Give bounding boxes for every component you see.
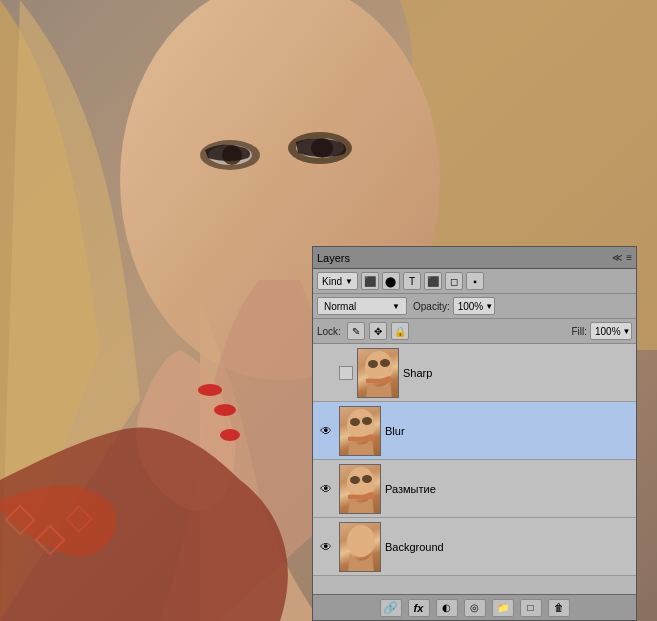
layer-row-blur[interactable]: 👁 Blur — [313, 402, 636, 460]
eye-icon-background: 👁 — [320, 540, 332, 554]
layer-thumb-razmytie — [339, 464, 381, 514]
svg-point-16 — [380, 359, 390, 367]
fx-icon: fx — [414, 602, 424, 614]
delete-layer-button[interactable]: 🗑 — [548, 599, 570, 617]
layers-list: Sharp 👁 Blur — [313, 344, 636, 594]
filter-color-icon[interactable]: ▪ — [466, 272, 484, 290]
svg-point-18 — [350, 418, 360, 426]
new-group-button[interactable]: 📁 — [492, 599, 514, 617]
trash-icon: 🗑 — [554, 602, 564, 613]
svg-point-19 — [362, 417, 372, 425]
layer-visibility-razmytie[interactable]: 👁 — [317, 480, 335, 498]
link-layers-button[interactable]: 🔗 — [380, 599, 402, 617]
layer-name-sharp: Sharp — [403, 367, 632, 379]
blend-mode-select[interactable]: Normal ▼ — [317, 297, 407, 315]
fill-input[interactable]: 100% ▼ — [590, 322, 632, 340]
fill-icon: ◎ — [470, 602, 479, 613]
filter-bar: Kind ▼ ⬛ ⬤ T ⬛ ◻ ▪ — [313, 269, 636, 294]
filter-kind-select[interactable]: Kind ▼ — [317, 272, 358, 290]
link-icon: 🔗 — [383, 601, 398, 615]
layer-row-background[interactable]: 👁 Background — [313, 518, 636, 576]
opacity-label: Opacity: — [413, 301, 450, 312]
filter-image-icon[interactable]: ⬛ — [361, 272, 379, 290]
layer-thumb-blur — [339, 406, 381, 456]
svg-point-22 — [362, 475, 372, 483]
layer-name-background: Background — [385, 541, 632, 553]
layer-checkbox-sharp[interactable] — [339, 366, 353, 380]
svg-point-21 — [350, 476, 360, 484]
panel-menu-icon[interactable]: ≡ — [626, 252, 632, 263]
layer-row-sharp[interactable]: Sharp — [313, 344, 636, 402]
fill-label: Fill: — [571, 326, 587, 337]
eye-icon-razmytie: 👁 — [320, 482, 332, 496]
filter-text-icon[interactable]: T — [403, 272, 421, 290]
new-layer-button[interactable]: □ — [520, 599, 542, 617]
panel-title: Layers — [317, 252, 350, 264]
layer-visibility-background[interactable]: 👁 — [317, 538, 335, 556]
eye-icon-blur: 👁 — [320, 424, 332, 438]
layer-thumb-background — [339, 522, 381, 572]
svg-point-4 — [220, 429, 240, 441]
panel-header: Layers ≪ ≡ — [313, 247, 636, 269]
layer-row-razmytie[interactable]: 👁 Размытие — [313, 460, 636, 518]
layer-visibility-sharp[interactable] — [317, 364, 335, 382]
opacity-input[interactable]: 100% ▼ — [453, 297, 495, 315]
panel-footer: 🔗 fx ◐ ◎ 📁 □ 🗑 — [313, 594, 636, 620]
panel-collapse-icon[interactable]: ≪ — [612, 252, 622, 263]
new-layer-icon: □ — [527, 602, 533, 613]
layer-visibility-blur[interactable]: 👁 — [317, 422, 335, 440]
lock-position-icon[interactable]: ✥ — [369, 322, 387, 340]
fill-layer-button[interactable]: ◎ — [464, 599, 486, 617]
svg-point-2 — [198, 384, 222, 396]
lock-all-icon[interactable]: 🔒 — [391, 322, 409, 340]
lock-bar: Lock: ✎ ✥ 🔒 Fill: 100% ▼ — [313, 319, 636, 344]
blend-mode-bar: Normal ▼ Opacity: 100% ▼ — [313, 294, 636, 319]
svg-point-23 — [347, 525, 375, 557]
folder-icon: 📁 — [497, 602, 509, 613]
mask-icon: ◐ — [442, 602, 451, 613]
layer-name-blur: Blur — [385, 425, 632, 437]
lock-label: Lock: — [317, 326, 341, 337]
filter-adjustment-icon[interactable]: ⬤ — [382, 272, 400, 290]
layer-mask-button[interactable]: ◐ — [436, 599, 458, 617]
layer-thumb-sharp — [357, 348, 399, 398]
svg-point-3 — [214, 404, 236, 416]
lock-pixels-icon[interactable]: ✎ — [347, 322, 365, 340]
filter-smart-icon[interactable]: ◻ — [445, 272, 463, 290]
layer-effects-button[interactable]: fx — [408, 599, 430, 617]
filter-shape-icon[interactable]: ⬛ — [424, 272, 442, 290]
layers-panel: Layers ≪ ≡ Kind ▼ ⬛ ⬤ T ⬛ ◻ ▪ Normal ▼ O… — [312, 246, 637, 621]
svg-point-15 — [368, 360, 378, 368]
layer-name-razmytie: Размытие — [385, 483, 632, 495]
